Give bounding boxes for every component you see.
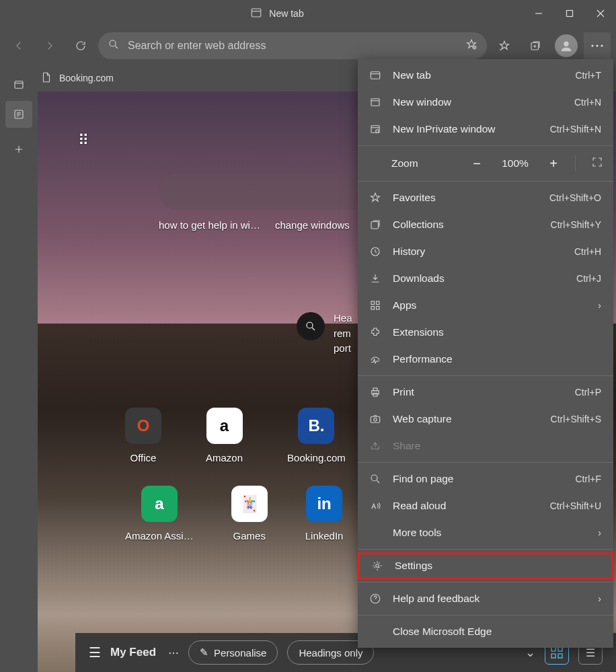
collections-button[interactable]: [522, 32, 549, 59]
history-icon: [369, 246, 382, 258]
menu-new-window[interactable]: New windowCtrl+N: [358, 89, 613, 116]
new-tab-icon: [369, 69, 382, 81]
personalise-button[interactable]: ✎Personalise: [188, 640, 278, 665]
zoom-out-button[interactable]: −: [467, 156, 486, 172]
camera-icon: [369, 413, 382, 425]
svg-rect-29: [371, 416, 380, 422]
menu-help[interactable]: Help and feedback›: [358, 585, 613, 612]
quick-link-office[interactable]: OOffice: [125, 408, 161, 463]
close-window-button[interactable]: [585, 0, 616, 27]
menu-downloads[interactable]: DownloadsCtrl+J: [358, 265, 613, 292]
zoom-in-button[interactable]: +: [544, 156, 563, 172]
download-icon: [369, 272, 382, 285]
new-tab-button[interactable]: [5, 136, 32, 163]
quick-link-games[interactable]: 🃏Games: [231, 486, 268, 542]
settings-menu-button[interactable]: [584, 32, 611, 59]
menu-find[interactable]: Find on pageCtrl+F: [358, 465, 613, 492]
window-icon: [369, 96, 382, 108]
find-icon: [369, 473, 382, 485]
svg-rect-22: [371, 301, 375, 305]
svg-rect-27: [373, 388, 377, 391]
maximize-button[interactable]: [554, 0, 585, 27]
svg-rect-17: [371, 99, 379, 106]
apps-icon: [369, 299, 382, 311]
svg-rect-26: [372, 391, 379, 394]
svg-rect-15: [558, 654, 562, 658]
chevron-right-icon: ›: [598, 593, 601, 604]
tab-actions-button[interactable]: [5, 71, 32, 98]
svg-rect-25: [377, 307, 380, 310]
suggestion-item[interactable]: change windows: [275, 219, 350, 231]
svg-point-2: [110, 40, 116, 46]
apps-launcher-icon[interactable]: ⠿: [78, 132, 90, 149]
menu-extensions[interactable]: Extensions: [358, 319, 613, 346]
quick-link-amazon[interactable]: aAmazon: [206, 408, 243, 463]
extensions-icon: [369, 326, 382, 338]
search-suggestions: how to get help in wi… change windows: [159, 219, 350, 231]
read-aloud-icon: [369, 500, 382, 512]
address-bar[interactable]: Search or enter web address: [98, 32, 487, 59]
menu-performance[interactable]: Performance: [358, 346, 613, 373]
window-title: New tab: [269, 8, 303, 19]
chevron-right-icon: ›: [598, 300, 601, 311]
settings-context-menu: New tabCtrl+T New windowCtrl+N New InPri…: [358, 59, 613, 648]
quick-link-amazon-assist[interactable]: aAmazon Assi…: [125, 486, 194, 542]
add-favorite-icon[interactable]: [465, 38, 477, 53]
favorites-button[interactable]: [491, 32, 518, 59]
vertical-tab-bar: [0, 65, 38, 672]
minimize-button[interactable]: [523, 0, 554, 27]
quick-link-linkedin[interactable]: inLinkedIn: [305, 486, 344, 542]
svg-point-7: [596, 44, 598, 46]
svg-point-5: [564, 42, 568, 46]
menu-web-capture[interactable]: Web captureCtrl+Shift+S: [358, 406, 613, 433]
pencil-icon: ✎: [200, 646, 208, 659]
svg-point-19: [376, 130, 379, 133]
news-headline[interactable]: Hearemport: [334, 311, 352, 357]
collections-icon: [369, 219, 382, 231]
svg-rect-0: [252, 9, 262, 17]
menu-new-tab[interactable]: New tabCtrl+T: [358, 62, 613, 89]
tab-icon: [250, 7, 262, 21]
menu-print[interactable]: PrintCtrl+P: [358, 379, 613, 406]
star-icon: [369, 192, 382, 204]
share-icon: [369, 440, 382, 452]
menu-close-edge[interactable]: Close Microsoft Edge: [358, 618, 613, 645]
svg-rect-14: [551, 654, 555, 658]
quick-links-row-2: aAmazon Assi… 🃏Games inLinkedIn: [125, 486, 343, 542]
menu-favorites[interactable]: FavoritesCtrl+Shift+O: [358, 184, 613, 211]
feed-menu-icon[interactable]: ☰: [89, 644, 101, 661]
svg-rect-28: [373, 394, 377, 397]
avatar-icon: [555, 34, 578, 57]
fullscreen-button[interactable]: [588, 156, 607, 172]
search-icon: [108, 38, 120, 53]
svg-rect-23: [377, 301, 380, 305]
menu-history[interactable]: HistoryCtrl+H: [358, 238, 613, 265]
feed-more-icon[interactable]: ⋯: [168, 646, 179, 659]
menu-collections[interactable]: CollectionsCtrl+Shift+Y: [358, 211, 613, 238]
back-button[interactable]: [5, 32, 32, 59]
forward-button[interactable]: [36, 32, 63, 59]
print-icon: [369, 386, 382, 398]
suggestion-item[interactable]: how to get help in wi…: [159, 219, 260, 231]
menu-zoom: Zoom − 100% +: [358, 149, 613, 178]
svg-rect-1: [567, 11, 573, 17]
gear-icon: [371, 560, 384, 572]
page-icon: [40, 71, 52, 85]
menu-more-tools[interactable]: More tools›: [358, 519, 613, 546]
tab-label[interactable]: Booking.com: [59, 73, 114, 83]
news-search-icon[interactable]: [297, 312, 325, 340]
menu-apps[interactable]: Apps›: [358, 292, 613, 319]
chevron-right-icon: ›: [598, 527, 601, 538]
svg-point-8: [601, 44, 603, 46]
current-tab-button[interactable]: [5, 101, 32, 128]
menu-read-aloud[interactable]: Read aloudCtrl+Shift+U: [358, 492, 613, 519]
menu-share: Share: [358, 433, 613, 459]
help-icon: [369, 593, 382, 605]
svg-rect-24: [371, 307, 375, 310]
profile-button[interactable]: [553, 32, 580, 59]
svg-rect-16: [371, 72, 380, 79]
quick-link-booking[interactable]: B.Booking.com: [287, 408, 346, 463]
refresh-button[interactable]: [67, 32, 94, 59]
menu-inprivate[interactable]: New InPrivate windowCtrl+Shift+N: [358, 116, 613, 143]
menu-settings[interactable]: Settings: [358, 552, 613, 579]
